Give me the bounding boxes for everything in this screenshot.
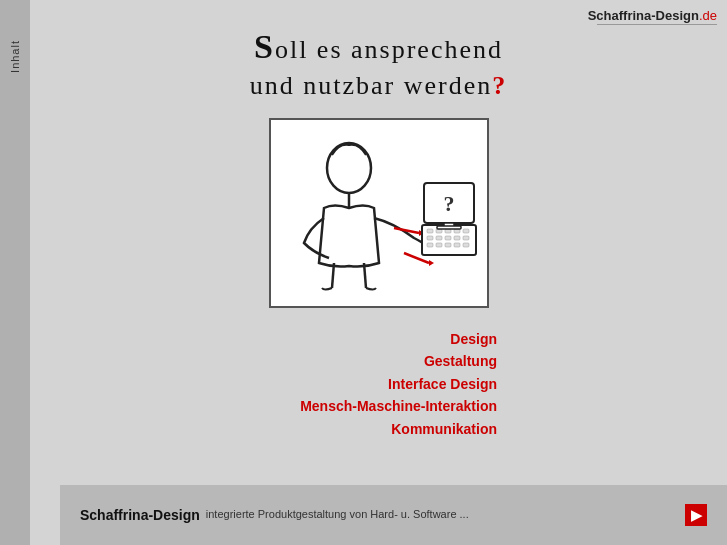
keyword-interface-design[interactable]: Interface Design: [388, 373, 497, 395]
bottom-description: integrierte Produktgestaltung von Hard- …: [206, 507, 675, 522]
sidebar[interactable]: Inhalt: [0, 0, 30, 545]
keyword-kommunikation[interactable]: Kommunikation: [391, 418, 497, 440]
svg-rect-12: [427, 236, 433, 240]
bottom-brand: Schaffrina-Design: [80, 507, 200, 523]
logo-brand: Schaffrina-Design: [588, 8, 699, 23]
logo-domain: .de: [699, 8, 717, 23]
headline-s: S: [254, 28, 275, 65]
logo-underline: [597, 24, 717, 25]
svg-rect-15: [454, 236, 460, 240]
svg-rect-14: [445, 236, 451, 240]
illustration-svg: ?: [274, 123, 484, 303]
sidebar-label[interactable]: Inhalt: [9, 40, 21, 73]
content-area: Soll es ansprechend und nutzbar werden?: [30, 0, 727, 520]
svg-rect-19: [445, 243, 451, 247]
bottom-bar: Schaffrina-Design integrierte Produktges…: [60, 485, 727, 545]
svg-point-0: [327, 143, 371, 193]
keyword-mensch-maschine[interactable]: Mensch-Maschine-Interaktion: [300, 395, 497, 417]
top-logo[interactable]: Schaffrina-Design.de: [588, 8, 717, 23]
svg-rect-11: [463, 229, 469, 233]
svg-rect-18: [436, 243, 442, 247]
svg-marker-3: [429, 260, 434, 266]
svg-rect-16: [463, 236, 469, 240]
headline: Soll es ansprechend und nutzbar werden?: [250, 25, 507, 103]
svg-rect-21: [463, 243, 469, 247]
svg-rect-23: [437, 226, 461, 229]
bottom-arrow-button[interactable]: ▶: [685, 504, 707, 526]
svg-rect-17: [427, 243, 433, 247]
svg-text:?: ?: [443, 191, 454, 216]
headline-line2: und nutzbar werden?: [250, 69, 507, 103]
bottom-arrow-icon: ▶: [691, 508, 702, 522]
headline-line1: Soll es ansprechend: [250, 25, 507, 69]
keywords-list: Design Gestaltung Interface Design Mensc…: [30, 328, 727, 440]
keyword-design[interactable]: Design: [450, 328, 497, 350]
keyword-gestaltung[interactable]: Gestaltung: [424, 350, 497, 372]
illustration-box: ?: [269, 118, 489, 308]
svg-rect-13: [436, 236, 442, 240]
main-content: Schaffrina-Design.de Soll es ansprechend…: [30, 0, 727, 545]
svg-rect-7: [427, 229, 433, 233]
svg-rect-20: [454, 243, 460, 247]
